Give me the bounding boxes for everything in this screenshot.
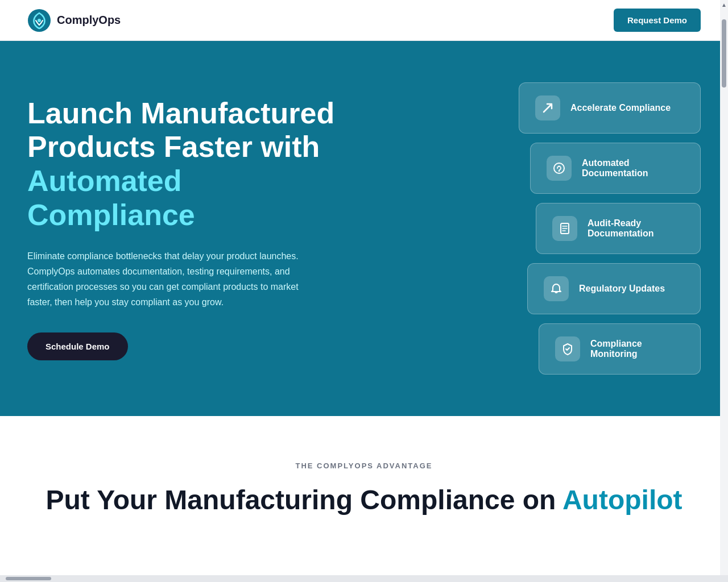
accelerate-compliance-icon <box>535 95 560 120</box>
svg-point-2 <box>554 163 564 173</box>
scrollbar-right-thumb[interactable] <box>722 19 726 88</box>
regulatory-updates-icon <box>544 276 569 301</box>
advantage-heading-main: Put Your Manufacturing Compliance on <box>46 485 556 515</box>
logo-text: ComplyOps <box>57 14 121 27</box>
hero-heading-accent: Automated Compliance <box>27 164 195 231</box>
scroll-up-arrow[interactable]: ▲ <box>721 2 727 8</box>
hero-heading-line2: Products Faster with <box>27 130 320 163</box>
hero-right: Accelerate Compliance Automated Document… <box>346 82 701 375</box>
advantage-tag: THE COMPLYOPS ADVANTAGE <box>27 462 701 470</box>
feature-card-accelerate-compliance[interactable]: Accelerate Compliance <box>519 82 701 134</box>
hero-heading: Launch Manufactured Products Faster with… <box>27 97 346 232</box>
hero-heading-line1: Launch Manufactured <box>27 97 334 130</box>
feature-card-automated-documentation[interactable]: Automated Documentation <box>530 143 701 194</box>
scrollbar-right[interactable]: ▲ ▼ <box>720 0 728 551</box>
svg-point-1 <box>38 19 41 22</box>
hero-description: Eliminate compliance bottlenecks that de… <box>27 248 323 310</box>
navbar: ComplyOps Request Demo <box>0 0 728 41</box>
request-demo-button[interactable]: Request Demo <box>614 9 701 32</box>
feature-card-compliance-monitoring[interactable]: Compliance Monitoring <box>539 323 701 375</box>
feature-label-automated-documentation: Automated Documentation <box>582 158 684 178</box>
audit-ready-documentation-icon <box>552 216 577 241</box>
hero-section: Launch Manufactured Products Faster with… <box>0 41 728 416</box>
advantage-section: THE COMPLYOPS ADVANTAGE Put Your Manufac… <box>0 416 728 551</box>
advantage-heading-accent: Autopilot <box>562 485 682 515</box>
feature-label-accelerate-compliance: Accelerate Compliance <box>570 103 671 113</box>
feature-card-regulatory-updates[interactable]: Regulatory Updates <box>527 263 701 314</box>
feature-label-compliance-monitoring: Compliance Monitoring <box>590 339 684 359</box>
advantage-heading: Put Your Manufacturing Compliance on Aut… <box>27 484 701 517</box>
logo-area: ComplyOps <box>27 9 121 32</box>
logo-icon <box>27 9 51 32</box>
feature-card-audit-ready-documentation[interactable]: Audit-Ready Documentation <box>536 203 701 254</box>
hero-left: Launch Manufactured Products Faster with… <box>27 97 346 361</box>
feature-label-audit-ready-documentation: Audit-Ready Documentation <box>588 218 684 239</box>
feature-label-regulatory-updates: Regulatory Updates <box>579 284 665 294</box>
compliance-monitoring-icon <box>555 336 580 361</box>
schedule-demo-button[interactable]: Schedule Demo <box>27 332 128 360</box>
svg-point-3 <box>559 171 560 172</box>
automated-documentation-icon <box>547 156 572 181</box>
